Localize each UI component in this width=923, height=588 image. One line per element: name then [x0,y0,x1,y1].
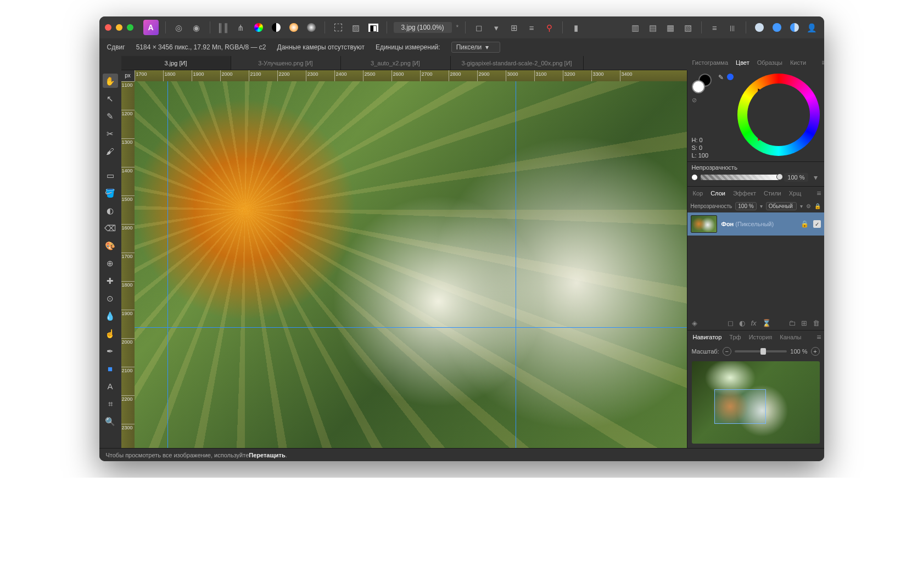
none-color-icon[interactable]: ⊘ [692,97,712,104]
selection-invert-icon[interactable]: ▨ [349,21,362,34]
dropdown-icon[interactable]: ▾ [490,21,503,34]
color-opacity-value[interactable]: 100 % [784,173,808,182]
zoom-in-button[interactable]: + [811,347,820,356]
color-wheel[interactable] [737,74,820,156]
paint-mixer-tool[interactable]: 🎨 [103,238,118,253]
text-tool[interactable]: A [103,379,118,393]
document-tab[interactable]: 3_auto_x2.png [И] [341,56,451,70]
guides-icon[interactable]: ≡ [525,21,538,34]
flood-fill-tool[interactable]: 🪣 [103,186,118,200]
guide-horizontal[interactable] [135,327,687,328]
zoom-out-button[interactable]: − [723,347,731,356]
persona-liquify-icon[interactable]: ◉ [190,21,203,34]
levels-icon[interactable]: ║║ [217,21,230,34]
arrange-back-icon[interactable]: ▥ [629,21,642,34]
live-filter-icon[interactable]: ⌛ [762,319,771,327]
visibility-checkbox[interactable]: ✓ [813,220,821,228]
panel-tab[interactable]: Образцы [754,58,786,68]
panel-tab[interactable]: Трф [726,332,744,342]
panel-menu-icon[interactable]: ≡ [818,57,824,69]
blend-dropdown-icon[interactable]: ▾ [800,203,803,209]
layer-lock-icon[interactable]: 🔒 [814,203,821,209]
fx-layer-icon[interactable]: fx [751,319,756,327]
eyedropper-icon[interactable]: ✎ [718,74,724,81]
group-layer-icon[interactable]: 🗀 [788,319,796,327]
color-swatches[interactable] [692,74,712,93]
primary-color-swatch[interactable] [692,80,705,93]
bw-adjust-icon[interactable] [270,21,283,34]
layer-settings-icon[interactable]: ⚙ [806,203,811,209]
panel-menu-icon[interactable]: ≡ [813,331,824,343]
subtract-circle-icon[interactable] [770,21,784,34]
dodge-tool[interactable]: 💧 [103,309,118,323]
panel-tab[interactable]: Гистограмма [689,58,732,68]
close-window-button[interactable] [105,24,111,31]
panel-tab[interactable]: Кор [690,188,707,198]
hsl-adjust-icon[interactable] [252,21,265,34]
add-circle-icon[interactable] [753,21,766,34]
panel-tab[interactable]: Кисти [787,58,809,68]
layer-opacity-value[interactable]: 100 % [735,202,756,210]
guide-vertical[interactable] [167,81,168,448]
panel-tab[interactable]: Каналы [776,332,804,342]
align-v-icon[interactable]: ⫼ [726,21,739,34]
inpaint-tool[interactable]: ✚ [103,273,118,288]
clone-tool[interactable]: ⊕ [103,256,118,270]
persona-photo-icon[interactable]: ◎ [172,21,186,34]
mask-layer-icon[interactable]: ◻ [728,319,734,327]
add-layer-icon[interactable]: ⊞ [801,319,807,327]
document-tab[interactable]: 3-gigapixel-standard-scale-2_00x.png [И] [451,56,584,70]
grid-icon[interactable]: ⊞ [507,21,521,34]
hand-tool[interactable]: ✋ [103,74,118,88]
smudge-tool[interactable]: ☝ [103,326,118,340]
rectangle-tool[interactable]: ■ [103,361,118,376]
units-select[interactable]: Пиксели ▾ [451,42,500,53]
move-tool[interactable]: ↖ [103,91,118,105]
panel-tab[interactable]: Стили [760,188,785,198]
document-tab[interactable]: 3.jpg [И] [121,56,231,70]
minimize-window-button[interactable] [116,24,122,31]
intersect-circle-icon[interactable] [788,21,801,34]
opacity-menu-icon[interactable]: ▾ [812,173,820,182]
mask-toggle-icon[interactable]: ◻ [472,21,485,34]
arrange-front-icon[interactable]: ▧ [681,21,695,34]
delete-layer-icon[interactable]: 🗑 [813,319,820,327]
zoom-value[interactable]: 100 % [790,348,807,355]
gradient-tool[interactable]: ◐ [103,203,118,217]
color-triangle[interactable] [749,86,808,144]
paint-brush-tool[interactable]: 🖌 [103,144,118,158]
navigator-preview[interactable] [692,361,820,444]
mesh-warp-tool[interactable]: ⌗ [103,396,118,411]
zoom-tool[interactable]: 🔍 [103,414,118,428]
panel-tab[interactable]: Навигатор [690,332,725,342]
panel-tab[interactable]: История [746,332,776,342]
ruler-vertical[interactable]: 1100120013001400150016001700180019002000… [121,81,135,448]
account-icon[interactable]: 👤 [805,21,819,34]
layer-row[interactable]: Фон (Пиксельный)🔒✓ [687,212,824,236]
document-tab[interactable]: 3-Улучшено.png [И] [231,56,341,70]
crop-tool[interactable]: ✂ [103,126,118,141]
marquee-tool[interactable]: ▭ [103,168,118,182]
healing-tool[interactable]: ⊙ [103,291,118,305]
align-h-icon[interactable]: ≡ [708,21,721,34]
zoom-window-button[interactable] [127,24,133,31]
panel-tab[interactable]: Хрщ [786,188,805,198]
layer-thumbnail[interactable] [691,215,717,233]
vignette-icon[interactable] [305,21,318,34]
canvas-viewport[interactable] [135,81,687,448]
node-icon[interactable]: ⋔ [234,21,248,34]
pen-tool[interactable]: ✒ [103,344,118,358]
recolor-icon[interactable] [287,21,300,34]
zoom-slider[interactable] [735,350,787,352]
quick-mask-icon[interactable]: ◧ [367,21,380,34]
panel-tab[interactable]: Слои [707,188,729,198]
blend-mode-select[interactable]: Обычный [766,202,797,210]
recent-color-swatch[interactable] [727,74,734,80]
ruler-horizontal[interactable]: px17001800190020002100220023002400250026… [121,70,687,81]
layer-blend-icon[interactable]: ◈ [692,319,697,327]
panel-tab[interactable]: Цвет [732,58,753,68]
panel-tab[interactable]: Эффект [730,188,759,198]
arrange-forward-icon[interactable]: ▦ [664,21,677,34]
guide-vertical[interactable] [516,81,516,448]
layer-list[interactable]: Фон (Пиксельный)🔒✓ [687,212,824,316]
